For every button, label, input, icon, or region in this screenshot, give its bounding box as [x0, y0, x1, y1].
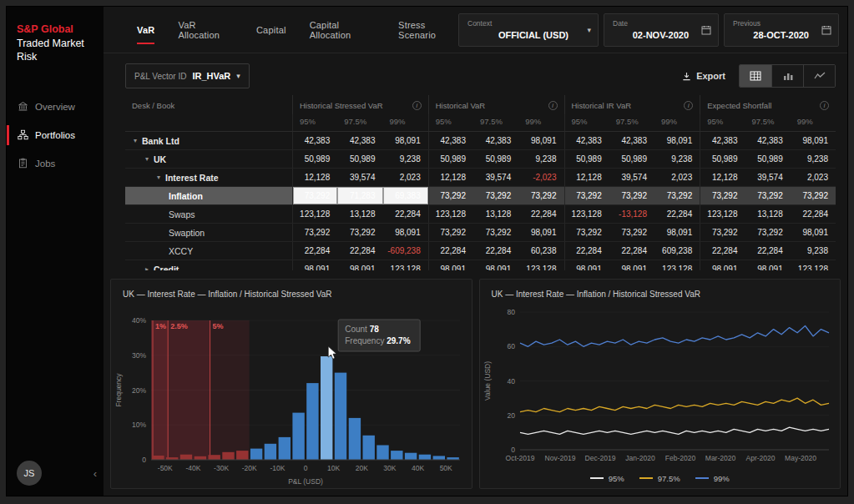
header: VaR VaR Allocation Capital Capital Alloc… — [104, 7, 847, 53]
legend-item[interactable]: 97.5% — [639, 474, 680, 483]
sidebar: S&P Global Traded Market Risk Overview P… — [7, 7, 104, 496]
sidebar-item-overview[interactable]: Overview — [7, 93, 104, 121]
group-header: Historical IR VaRi — [564, 95, 700, 114]
pl-vector-select[interactable]: P&L Vector ID IR_HVaR ▾ — [125, 63, 250, 88]
sidebar-item-jobs[interactable]: Jobs — [7, 149, 104, 178]
context-select[interactable]: Context OFFICIAL (USD) ▾ — [458, 13, 599, 47]
info-icon[interactable]: i — [684, 101, 693, 110]
legend-swatch — [590, 477, 604, 479]
svg-text:5%: 5% — [213, 322, 224, 330]
sidebar-item-label: Overview — [35, 102, 75, 112]
var-value-cell: 60,238 — [518, 242, 563, 260]
svg-text:-20K: -20K — [242, 464, 257, 472]
bank-icon — [18, 101, 28, 112]
info-icon[interactable]: i — [412, 101, 422, 110]
svg-text:1%: 1% — [155, 322, 166, 330]
table-row[interactable]: ▾UK50,98950,9899,23850,98950,9899,23850,… — [125, 150, 836, 169]
var-value-cell: 9,238 — [383, 150, 428, 168]
calendar-icon — [821, 25, 831, 35]
legend-item[interactable]: 95% — [590, 474, 624, 483]
var-value-cell: 22,284 — [518, 205, 563, 223]
pl-vector-label: P&L Vector ID — [134, 72, 186, 81]
row-expand-caret-icon[interactable]: ▾ — [157, 174, 160, 181]
svg-text:Count 78: Count 78 — [345, 325, 379, 334]
previous-value: 28-OCT-2020 — [733, 30, 816, 40]
table-row[interactable]: ▾Interest Rate12,12839,5742,02312,12839,… — [125, 169, 836, 187]
previous-date-picker[interactable]: Previous 28-OCT-2020 — [724, 13, 839, 47]
table-view-button[interactable] — [740, 65, 771, 87]
var-value-cell: 12,128 — [292, 169, 337, 186]
tab-capital-allocation[interactable]: Capital Allocation — [310, 17, 375, 43]
sidebar-collapse-icon[interactable]: ‹ — [93, 467, 97, 480]
bar-chart-view-button[interactable] — [771, 65, 803, 87]
var-value-cell: 50,989 — [564, 150, 609, 168]
table-row[interactable]: XCCY22,28422,284-609,23822,28422,28460,2… — [125, 242, 836, 260]
tab-var-allocation[interactable]: VaR Allocation — [178, 17, 233, 43]
table-row[interactable]: ▾Bank Ltd42,38342,38398,09142,38342,3839… — [125, 132, 836, 150]
var-value-cell: 98,091 — [791, 224, 836, 241]
row-expand-caret-icon[interactable]: ▾ — [134, 137, 137, 144]
tab-var[interactable]: VaR — [137, 22, 154, 38]
svg-text:2.5%: 2.5% — [170, 322, 188, 330]
line-chart-view-button[interactable] — [803, 65, 835, 87]
var-value-cell: 98,091 — [383, 224, 428, 241]
desk-name-cell: Inflation — [125, 187, 292, 204]
subheader-percentile: 99% — [654, 114, 700, 131]
row-expand-caret-icon[interactable]: ▾ — [145, 155, 149, 163]
var-value-cell: 42,383 — [745, 132, 791, 149]
table-row[interactable]: Swaption73,29273,29298,09173,29273,29298… — [125, 224, 836, 242]
var-value-cell: 22,284 — [700, 242, 745, 260]
tab-capital[interactable]: Capital — [256, 22, 286, 38]
line-chart-icon — [814, 71, 826, 81]
info-icon[interactable]: i — [548, 101, 558, 110]
var-value-cell: 98,091 — [745, 260, 791, 270]
desk-book-header: Desk / Book — [125, 95, 292, 114]
var-value-cell: 22,284 — [292, 242, 337, 260]
avatar[interactable]: JS — [17, 461, 42, 486]
var-value-cell: 98,091 — [518, 132, 563, 149]
var-value-cell: -13,128 — [609, 205, 654, 223]
timeseries-panel: UK — Interest Rate — Inflation / Histori… — [479, 279, 841, 489]
legend-item[interactable]: 99% — [695, 474, 730, 483]
var-value-cell: 609,238 — [654, 242, 700, 260]
var-value-cell: 22,284 — [428, 242, 473, 260]
brand-logo: S&P Global Traded Market Risk — [7, 7, 104, 64]
info-icon[interactable]: i — [820, 101, 829, 110]
table-row[interactable]: Inflation73,29271,28369,38373,29273,2927… — [125, 187, 836, 205]
var-value-cell: 50,989 — [292, 150, 337, 168]
group-header: Expected Shortfalli — [700, 95, 836, 114]
svg-text:Oct-2019: Oct-2019 — [505, 454, 534, 462]
table-group-header-row: Desk / BookHistorical Stressed VaRiHisto… — [125, 95, 836, 114]
series-line — [520, 398, 829, 412]
context-value: OFFICIAL (USD) — [467, 30, 576, 40]
sidebar-item-portfolios[interactable]: Portfolios — [7, 121, 104, 149]
table-row[interactable]: ▸Credit98,09198,091123,12898,09198,09112… — [125, 260, 836, 270]
pnl-histogram[interactable]: 010%20%30%40%1%2.5%5%-50K-40K-30K-20K-10… — [111, 300, 472, 488]
svg-text:50K: 50K — [440, 464, 452, 472]
var-value-cell: 123,128 — [654, 260, 700, 270]
chart-title: UK — Interest Rate — Inflation / Histori… — [111, 280, 472, 300]
var-table: Desk / BookHistorical Stressed VaRiHisto… — [104, 92, 847, 270]
tab-stress-scenario[interactable]: Stress Scenario — [398, 17, 458, 43]
export-button[interactable]: Export — [682, 71, 725, 81]
var-value-cell: 50,989 — [609, 150, 654, 168]
var-value-cell: 123,128 — [428, 205, 473, 223]
var-value-cell: -2,023 — [518, 169, 563, 186]
var-value-cell: 73,292 — [745, 224, 791, 241]
jobs-icon — [18, 158, 28, 169]
svg-text:-50K: -50K — [158, 464, 173, 472]
date-picker[interactable]: Date 02-NOV-2020 — [604, 13, 719, 47]
var-value-cell: 98,091 — [473, 260, 518, 270]
svg-text:Value (USD): Value (USD) — [483, 361, 492, 401]
var-value-cell: 123,128 — [518, 260, 563, 270]
var-value-cell: 73,292 — [564, 224, 609, 241]
var-value-cell: 12,128 — [700, 169, 745, 186]
svg-text:20%: 20% — [132, 386, 146, 395]
var-value-cell: 98,091 — [292, 260, 337, 270]
table-row[interactable]: Swaps123,12813,12822,284123,12813,12822,… — [125, 205, 836, 224]
var-timeseries-chart[interactable]: 020406080Oct-2019Nov-2019Dec-2019Jan-202… — [480, 300, 841, 468]
var-value-cell: 9,238 — [791, 242, 836, 260]
var-value-cell: 42,383 — [700, 132, 745, 149]
var-value-cell: 13,128 — [745, 205, 791, 223]
var-value-cell: 22,284 — [564, 242, 609, 260]
